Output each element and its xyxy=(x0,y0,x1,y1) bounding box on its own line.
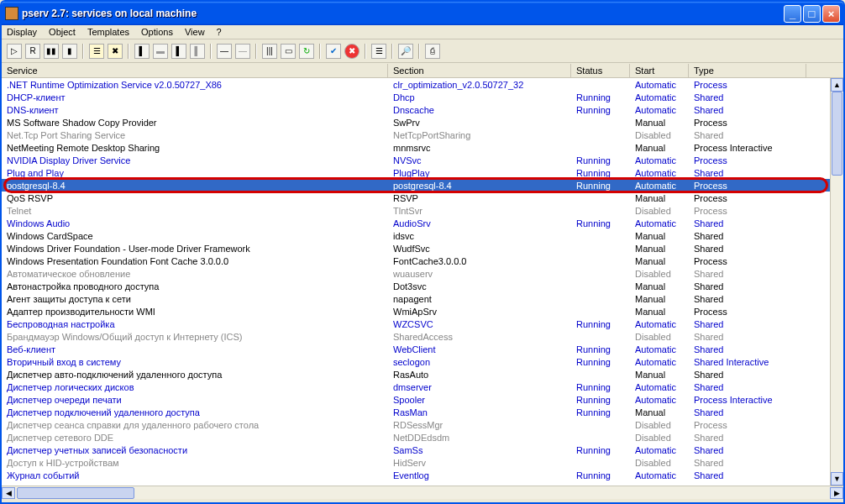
table-row[interactable]: TelnetTlntSvrDisabledProcess xyxy=(2,204,843,217)
col-type[interactable]: Type xyxy=(689,64,806,77)
table-row[interactable]: Брандмауэр Windows/Общий доступ к Интерн… xyxy=(2,330,843,343)
cell-type: Process xyxy=(689,118,806,128)
table-row[interactable]: NVIDIA Display Driver ServiceNVSvcRunnin… xyxy=(2,154,843,166)
bar4-icon[interactable]: ▌ xyxy=(190,44,205,59)
cell-start: Disabled xyxy=(630,206,689,216)
cell-service: Windows Driver Foundation - User-mode Dr… xyxy=(2,244,388,254)
table-row[interactable]: Автонастройка проводного доступаDot3svcM… xyxy=(2,280,843,292)
table-row[interactable]: QoS RSVPRSVPManualProcess xyxy=(2,192,843,204)
bar3-icon[interactable]: ▌ xyxy=(171,44,186,59)
barcode-icon[interactable]: ||| xyxy=(262,44,277,59)
col-start[interactable]: Start xyxy=(630,64,689,77)
table-row[interactable]: DNS-клиентDnscacheRunningAutomaticShared xyxy=(2,103,843,116)
books-icon[interactable]: ▮▮ xyxy=(44,44,59,59)
table-row[interactable]: MS Software Shadow Copy ProviderSwPrvMan… xyxy=(2,116,843,129)
cell-type: Shared xyxy=(689,458,806,468)
doc-icon[interactable]: ▭ xyxy=(281,44,296,59)
scroll-right-icon[interactable]: ▶ xyxy=(830,487,843,499)
cell-type: Shared xyxy=(689,231,806,241)
menu-help[interactable]: ? xyxy=(217,27,222,37)
cell-type: Process xyxy=(689,155,806,165)
rows-container: .NET Runtime Optimization Service v2.0.5… xyxy=(2,78,843,486)
cell-service: Доступ к HID-устройствам xyxy=(2,458,388,468)
table-row[interactable]: DHCP-клиентDhcpRunningAutomaticShared xyxy=(2,91,843,103)
table-row[interactable]: .NET Runtime Optimization Service v2.0.5… xyxy=(2,78,843,91)
col-service[interactable]: Service xyxy=(2,64,388,77)
table-row[interactable]: Веб-клиентWebClientRunningAutomaticShare… xyxy=(2,343,843,355)
table-row[interactable]: Вторичный вход в системуseclogonRunningA… xyxy=(2,355,843,368)
cell-type: Shared xyxy=(689,92,806,102)
table-row[interactable]: Диспетчер логических дисковdmserverRunni… xyxy=(2,381,843,393)
find-icon[interactable]: 🔎 xyxy=(398,44,413,59)
cell-type: Shared Interactive xyxy=(689,357,806,367)
cell-service: .NET Runtime Optimization Service v2.0.5… xyxy=(2,80,388,90)
scroll-up-icon[interactable]: ▲ xyxy=(831,78,843,92)
col-status[interactable]: Status xyxy=(571,64,630,77)
minimize-button[interactable]: _ xyxy=(784,5,801,23)
cell-service: Windows Audio xyxy=(2,218,388,228)
table-row[interactable]: Windows CardSpaceidsvcManualShared xyxy=(2,229,843,242)
dash1-icon[interactable]: — xyxy=(217,44,232,59)
table-row[interactable]: Беспроводная настройкаWZCSVCRunningAutom… xyxy=(2,318,843,330)
table-row[interactable]: Plug and PlayPlugPlayRunningAutomaticSha… xyxy=(2,166,843,179)
properties-icon[interactable]: ☰ xyxy=(371,44,386,59)
scroll-down-icon[interactable]: ▼ xyxy=(831,472,843,486)
table-row[interactable]: Диспетчер авто-подключений удаленного до… xyxy=(2,368,843,381)
table-row[interactable]: Доступ к HID-устройствамHidServDisabledS… xyxy=(2,456,843,469)
menu-options[interactable]: Options xyxy=(141,27,173,37)
close-button[interactable]: × xyxy=(822,5,840,23)
vertical-scrollbar[interactable]: ▲ ▼ xyxy=(830,78,843,486)
delete-icon[interactable]: ✖ xyxy=(108,44,123,59)
cell-start: Disabled xyxy=(630,269,689,279)
menu-display[interactable]: Display xyxy=(7,27,37,37)
bar1-icon[interactable]: ▌ xyxy=(134,44,150,59)
table-row[interactable]: Windows Presentation Foundation Font Cac… xyxy=(2,255,843,267)
maximize-button[interactable]: □ xyxy=(803,5,821,23)
cell-section: SharedAccess xyxy=(388,332,571,342)
table-row[interactable]: postgresql-8.4postgresql-8.4RunningAutom… xyxy=(2,179,843,192)
restart-icon[interactable]: R xyxy=(25,44,40,59)
refresh-icon[interactable]: ↻ xyxy=(299,44,314,59)
hscroll-thumb[interactable] xyxy=(17,487,134,499)
table-row[interactable]: Windows Driver Foundation - User-mode Dr… xyxy=(2,242,843,255)
cell-start: Manual xyxy=(630,231,689,241)
cell-type: Process xyxy=(689,307,806,317)
table-row[interactable]: Агент защиты доступа к сетиnapagentManua… xyxy=(2,292,843,305)
menu-view[interactable]: View xyxy=(185,27,205,37)
menu-object[interactable]: Object xyxy=(49,27,76,37)
table-row[interactable]: Диспетчер учетных записей безопасностиSa… xyxy=(2,444,843,456)
scroll-left-icon[interactable]: ◀ xyxy=(2,487,15,499)
export-icon[interactable]: ☰ xyxy=(89,44,104,59)
cell-section: clr_optimization_v2.0.50727_32 xyxy=(388,80,571,90)
table-row[interactable]: Автоматическое обновлениеwuauservDisable… xyxy=(2,267,843,280)
cell-start: Automatic xyxy=(630,395,689,405)
play-icon[interactable]: ▷ xyxy=(7,44,22,59)
bar2-icon[interactable]: ▬ xyxy=(153,44,168,59)
service-list: Service Section Status Start Type .NET R… xyxy=(2,63,843,486)
cell-type: Process xyxy=(689,193,806,203)
table-row[interactable]: Диспетчер сетевого DDENetDDEdsdmDisabled… xyxy=(2,431,843,444)
table-row[interactable]: Адаптер производительности WMIWmiApSrvMa… xyxy=(2,305,843,318)
check-icon[interactable]: ✔ xyxy=(326,44,341,59)
cell-start: Disabled xyxy=(630,420,689,430)
col-section[interactable]: Section xyxy=(388,64,571,77)
table-row[interactable]: Net.Tcp Port Sharing ServiceNetTcpPortSh… xyxy=(2,129,843,141)
cell-type: Shared xyxy=(689,105,806,115)
table-row[interactable]: Диспетчер очереди печатиSpoolerRunningAu… xyxy=(2,393,843,406)
print-icon[interactable]: ⎙ xyxy=(425,44,440,59)
cell-section: TlntSvr xyxy=(388,206,571,216)
book-icon[interactable]: ▮ xyxy=(62,44,77,59)
table-row[interactable]: Диспетчер подключений удаленного доступа… xyxy=(2,406,843,418)
menu-templates[interactable]: Templates xyxy=(87,27,129,37)
cell-service: Диспетчер очереди печати xyxy=(2,395,388,405)
horizontal-scrollbar[interactable]: ◀ ▶ xyxy=(2,486,843,499)
scroll-thumb[interactable] xyxy=(832,92,842,176)
cancel-icon[interactable]: ✖ xyxy=(344,44,360,59)
table-row[interactable]: Windows AudioAudioSrvRunningAutomaticSha… xyxy=(2,217,843,229)
window-titlebar[interactable]: pserv 2.7: services on local machine _ □… xyxy=(2,2,843,25)
dash2-icon[interactable]: — xyxy=(235,44,250,59)
table-row[interactable]: Журнал событийEventlogRunningAutomaticSh… xyxy=(2,469,843,481)
table-row[interactable]: Диспетчер сеанса справки для удаленного … xyxy=(2,418,843,431)
hscroll-track[interactable] xyxy=(15,487,830,499)
table-row[interactable]: NetMeeting Remote Desktop Sharingmnmsrvc… xyxy=(2,141,843,154)
